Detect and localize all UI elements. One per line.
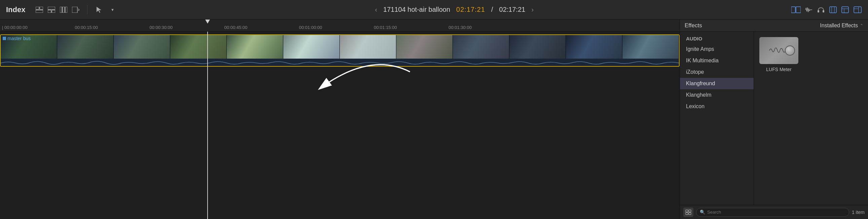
video-track[interactable] (0, 34, 680, 67)
effects-grid: LUFS Meter (754, 32, 868, 205)
category-klangfreund[interactable]: Klangfreund (680, 78, 754, 89)
grid-view-icon[interactable] (683, 208, 693, 217)
chevron-down-icon: ⌃ (860, 23, 863, 28)
svg-rect-4 (48, 10, 51, 13)
effects-bottom-bar: 🔍 1 item (680, 205, 868, 219)
category-lexicon[interactable]: Lexicon (680, 101, 754, 112)
toolbar: Index ▼ ‹ 171104 hot-air balloon 02:17:2… (0, 0, 868, 20)
film-frame-4 (170, 35, 227, 59)
svg-rect-23 (686, 210, 688, 212)
master-bus-icon (3, 37, 6, 40)
headphones-icon[interactable] (817, 6, 825, 13)
nav-next-button[interactable]: › (531, 6, 534, 13)
view-icon-1[interactable] (791, 6, 801, 13)
svg-rect-9 (72, 7, 78, 13)
svg-rect-10 (791, 7, 795, 13)
browser-icon[interactable] (841, 6, 849, 13)
installed-effects-selector[interactable]: Installed Effects ⌃ (820, 23, 863, 29)
layout-icon-2[interactable] (47, 6, 56, 13)
svg-rect-13 (823, 10, 824, 12)
toolbar-layout-icons (35, 6, 81, 13)
svg-rect-1 (40, 7, 43, 9)
category-izotope[interactable]: iZotope (680, 66, 754, 78)
category-audio-header[interactable]: AUDIO (680, 33, 754, 44)
timecode-ruler: | 00:00:00:00 00:00:15:00 00:00:30:00 00… (0, 20, 680, 32)
layout-dropdown-icon[interactable] (71, 6, 81, 13)
timeline-area: | 00:00:00:00 00:00:15:00 00:00:30:00 00… (0, 20, 680, 219)
svg-rect-0 (36, 7, 39, 9)
installed-effects-label: Installed Effects (820, 23, 858, 29)
svg-rect-12 (817, 10, 819, 12)
svg-rect-17 (842, 7, 848, 13)
film-frame-9 (453, 35, 509, 59)
master-bus-label: master bus (3, 36, 31, 41)
search-input[interactable] (707, 210, 845, 215)
svg-rect-25 (686, 213, 688, 215)
ruler-mark-5: 00:01:15:00 (374, 25, 397, 30)
svg-rect-7 (63, 7, 65, 13)
project-title: 171104 hot-air balloon (383, 6, 450, 13)
cursor-tool-icon[interactable] (94, 6, 104, 13)
film-frame-11 (566, 35, 622, 59)
svg-rect-5 (52, 10, 55, 13)
svg-rect-2 (36, 10, 43, 13)
svg-rect-26 (689, 213, 691, 215)
main-area: | 00:00:00:00 00:00:15:00 00:00:30:00 00… (0, 20, 868, 219)
toolbar-center: ‹ 171104 hot-air balloon 02:17:21 / 02:1… (121, 6, 787, 13)
plugin-lufs-meter-thumbnail (760, 37, 798, 64)
film-frame-8 (396, 35, 453, 59)
search-bar[interactable]: 🔍 (696, 208, 849, 217)
svg-rect-8 (65, 7, 67, 13)
track-area[interactable]: master bus (0, 32, 680, 219)
effects-panel-title: Effects (685, 22, 702, 29)
playhead-marker (207, 20, 208, 31)
ruler-mark-3: 00:00:45:00 (224, 25, 248, 30)
inspector-icon[interactable] (853, 6, 862, 13)
playhead-triangle (205, 20, 210, 24)
film-frame-12 (622, 35, 679, 59)
master-bus-text: master bus (7, 36, 31, 41)
search-icon: 🔍 (700, 210, 705, 215)
index-label[interactable]: Index (6, 5, 25, 14)
film-frame-3 (114, 35, 170, 59)
waveform-icon[interactable] (805, 6, 813, 13)
ruler-mark-4: 00:01:00:00 (299, 25, 322, 30)
toolbar-right (791, 6, 862, 13)
film-frame-6 (283, 35, 340, 59)
ruler-mark-0: | 00:00:00:00 (2, 25, 28, 30)
plugin-knob (785, 46, 795, 56)
category-klanghelm[interactable]: Klanghelm (680, 89, 754, 101)
effects-icon[interactable] (829, 6, 837, 13)
plugin-lufs-meter-card[interactable]: LUFS Meter (760, 37, 798, 72)
nav-prev-button[interactable]: ‹ (375, 6, 377, 13)
cursor-dropdown-icon[interactable]: ▼ (108, 6, 117, 13)
plugin-lufs-meter-label: LUFS Meter (766, 67, 791, 72)
svg-rect-20 (854, 7, 861, 13)
film-frame-5 (227, 35, 283, 59)
layout-icon-1[interactable] (35, 6, 44, 13)
category-ik-multimedia[interactable]: IK Multimedia (680, 55, 754, 66)
category-ignite-amps[interactable]: Ignite Amps (680, 44, 754, 55)
layout-icon-3[interactable] (59, 6, 68, 13)
svg-rect-6 (60, 7, 62, 13)
filmstrip (1, 35, 679, 59)
audio-waveform (1, 59, 679, 67)
effects-panel: Effects Installed Effects ⌃ AUDIO Ignite… (680, 20, 868, 219)
timecode-total: 02:17:21 (499, 6, 526, 13)
timecode-separator: / (491, 6, 493, 13)
svg-rect-3 (48, 7, 55, 9)
film-frame-7 (340, 35, 396, 59)
effects-header: Effects Installed Effects ⌃ (680, 20, 868, 32)
item-count: 1 item (852, 210, 865, 215)
toolbar-divider-1 (87, 5, 88, 15)
ruler-marks: | 00:00:00:00 00:00:15:00 00:00:30:00 00… (0, 20, 680, 31)
svg-rect-14 (830, 7, 836, 13)
effects-categories-list: AUDIO Ignite Amps IK Multimedia iZotope … (680, 32, 754, 205)
svg-rect-11 (796, 7, 801, 13)
film-frame-2 (57, 35, 114, 59)
film-frame-10 (509, 35, 566, 59)
effects-content: AUDIO Ignite Amps IK Multimedia iZotope … (680, 32, 868, 205)
ruler-mark-2: 00:00:30:00 (149, 25, 173, 30)
ruler-mark-6: 00:01:30:00 (448, 25, 472, 30)
svg-rect-24 (689, 210, 691, 212)
